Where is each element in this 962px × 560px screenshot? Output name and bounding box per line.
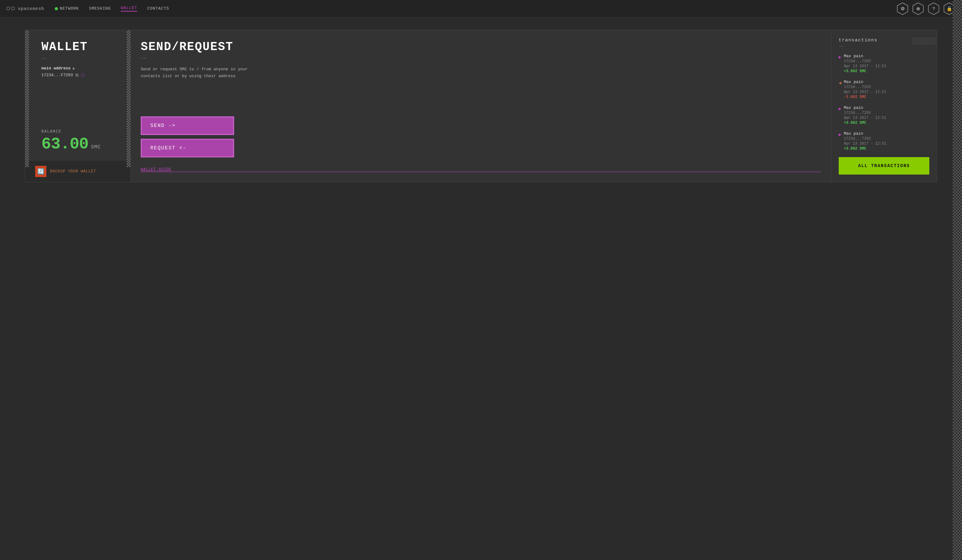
tx-arrow-incoming: ▶ <box>839 132 841 151</box>
wallet-footer: 🔄 BACKUP YOUR WALLET <box>25 161 131 182</box>
wallet-card: WALLET -- main address ▲ 17234...F7293 ⧉… <box>25 30 131 182</box>
help-button[interactable]: ? <box>927 2 940 15</box>
network-status-dot <box>55 7 58 10</box>
nav-item-network[interactable]: NETWORK <box>55 6 79 11</box>
app-logo[interactable]: ⬡⬡ spacemesh <box>6 6 45 11</box>
tx-arrow-outgoing: ◀ <box>839 80 841 99</box>
tx-address: 1723d...7293 <box>844 59 886 63</box>
settings-button[interactable]: ⚙ <box>896 2 909 15</box>
nav-items: NETWORK SMESHING WALLET CONTACTS <box>55 6 896 11</box>
wallet-title: WALLET <box>41 40 121 53</box>
cards-wrapper: WALLET -- main address ▲ 17234...F7293 ⧉… <box>25 30 937 182</box>
balance-currency: SMC <box>91 144 101 150</box>
tx-amount: -3.002 SMC <box>844 95 886 99</box>
tx-details: Max pain 1723d...7293 Apr 13 2017 - 12:5… <box>844 54 886 73</box>
all-transactions-button[interactable]: ALL TRANSACTIONS <box>839 157 929 175</box>
send-dash: -- <box>141 56 821 61</box>
nav-icon-group: ⚙ ⊕ ? 🔒 <box>896 2 956 15</box>
send-request-card: SEND/REQUEST -- Send or request SMC to /… <box>131 30 831 182</box>
wallet-address-value: 17234...F7293 ⧉ ⬡ <box>41 72 121 78</box>
navbar: ⬡⬡ spacemesh NETWORK SMESHING WALLET CON… <box>0 0 962 18</box>
tx-date: Apr 13 2017 - 12:51 <box>844 142 886 146</box>
balance-label: BALANCE <box>41 129 121 134</box>
tx-details: Max pain 1723d...7293 Apr 13 2017 - 12:5… <box>844 80 886 99</box>
balance-amount: 63.00 SMC <box>41 135 121 153</box>
tx-address: 1723d...7293 <box>844 137 886 141</box>
tx-name: Max pain <box>844 54 886 58</box>
backup-icon: 🔄 <box>35 166 47 177</box>
tx-name: Max pain <box>844 80 886 84</box>
tx-name: Max pain <box>844 105 886 110</box>
send-description: Send or request SMC to / from anyone in … <box>141 66 271 80</box>
transaction-item: ◀ Max pain 1723d...7293 Apr 13 2017 - 12… <box>839 80 929 99</box>
tx-address: 1723d...7293 <box>844 85 886 89</box>
tx-amount: +3.002 SMC <box>844 121 886 125</box>
nav-item-smeshing[interactable]: SMESHING <box>89 6 111 11</box>
send-buttons: SEND -> REQUEST <- <box>141 116 821 158</box>
balance-number: 63.00 <box>41 135 89 153</box>
backup-wallet-button[interactable]: BACKUP YOUR WALLET <box>50 169 96 174</box>
tx-arrow-incoming: ▶ <box>839 55 841 73</box>
transaction-item: ▶ Max pain 1723d...7293 Apr 13 2017 - 12… <box>839 54 929 73</box>
tx-amount: +3.002 SMC <box>844 146 886 151</box>
tx-details: Max pain 1723d...7293 Apr 13 2017 - 12:5… <box>844 105 886 125</box>
transaction-item: ▶ Max pain 1723d...7293 Apr 13 2017 - 12… <box>839 105 929 125</box>
transaction-item: ▶ Max pain 1723d...7293 Apr 13 2017 - 12… <box>839 131 929 151</box>
wallet-spacer <box>35 78 121 129</box>
wallet-guide-link[interactable]: WALLET GUIDE <box>141 167 821 172</box>
copy-address-icon[interactable]: ⧉ <box>75 73 79 78</box>
side-decoration <box>953 0 962 560</box>
tx-details: Max pain 1723d...7293 Apr 13 2017 - 12:5… <box>844 131 886 151</box>
decorative-checker <box>912 37 937 45</box>
request-button[interactable]: REQUEST <- <box>141 139 234 158</box>
main-content: WALLET -- main address ▲ 17234...F7293 ⧉… <box>0 18 962 195</box>
tx-amount: +3.002 SMC <box>844 69 886 73</box>
tx-arrow-incoming: ▶ <box>839 106 841 125</box>
tx-address: 1723d...7293 <box>844 111 886 115</box>
nav-item-wallet[interactable]: WALLET <box>121 6 137 11</box>
wallet-balance-section: BALANCE 63.00 SMC <box>41 129 121 153</box>
tx-name: Max pain <box>844 131 886 136</box>
send-button[interactable]: SEND -> <box>141 116 234 135</box>
tx-date: Apr 13 2017 - 12:51 <box>844 116 886 120</box>
debug-button[interactable]: ⊕ <box>912 2 925 15</box>
wallet-dash: -- <box>41 56 121 61</box>
transactions-card: transactions -- ▶ Max pain 1723d...7293 … <box>831 30 937 182</box>
wallet-address-label: main address ▲ <box>41 66 121 71</box>
address-icon: ▲ <box>73 66 75 71</box>
tx-date: Apr 13 2017 - 12:51 <box>844 64 886 68</box>
tx-date: Apr 13 2017 - 12:51 <box>844 90 886 94</box>
layers-icon[interactable]: ⬡ <box>81 72 85 78</box>
send-title: SEND/REQUEST <box>141 40 821 53</box>
nav-item-contacts[interactable]: CONTACTS <box>147 6 169 11</box>
